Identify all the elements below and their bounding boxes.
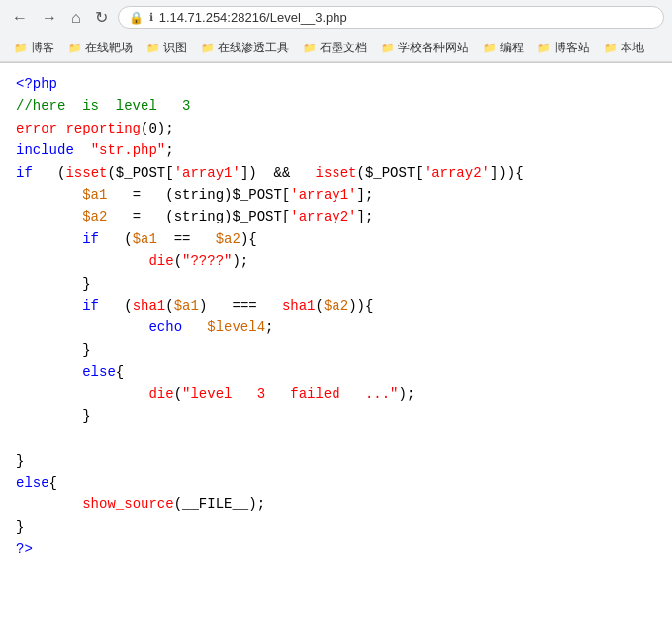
code-line-7: $a2 = (string)$_POST['array2']; [16, 206, 656, 227]
address-bar-wrap: 🔒 ℹ [118, 6, 664, 29]
code-line-14: else{ [16, 361, 656, 383]
code-line-2: //here is level 3 [16, 95, 656, 117]
back-button[interactable]: ← [8, 7, 32, 29]
bookmark-range[interactable]: 📁 在线靶场 [62, 38, 139, 58]
bookmark-folder-icon-8: 📁 [537, 42, 551, 54]
code-line-22: ?> [16, 538, 656, 560]
browser-chrome: ← → ⌂ ↻ 🔒 ℹ 📁 博客 📁 在线靶场 📁 识图 📁 在线渗透工具 📁 [0, 0, 672, 63]
bookmark-folder-icon-5: 📁 [303, 42, 317, 54]
bookmark-label-3: 识图 [163, 40, 187, 56]
bookmark-folder-icon-6: 📁 [381, 42, 395, 54]
forward-button[interactable]: → [38, 7, 61, 29]
code-line-9: die("????"); [16, 250, 656, 272]
code-line-5: if (isset($_POST['array1']) && isset($_P… [16, 162, 656, 184]
bookmark-image-search[interactable]: 📁 识图 [141, 38, 193, 58]
home-button[interactable]: ⌂ [67, 7, 85, 29]
bookmark-folder-icon-7: 📁 [483, 42, 497, 54]
code-display: <?php //here is level 3 error_reporting(… [0, 63, 672, 619]
bookmark-shimo[interactable]: 📁 石墨文档 [297, 38, 373, 58]
info-icon: ℹ [149, 11, 153, 24]
code-line-10: } [16, 273, 656, 295]
bookmark-blog-site[interactable]: 📁 博客站 [531, 38, 596, 58]
bookmark-folder-icon-4: 📁 [201, 42, 215, 54]
bookmark-folder-icon-2: 📁 [68, 42, 82, 54]
bookmark-label-7: 编程 [500, 40, 524, 56]
code-line-11: if (sha1($a1) === sha1($a2)){ [16, 295, 656, 316]
code-line-6: $a1 = (string)$_POST['array1']; [16, 184, 656, 206]
bookmark-label-5: 石墨文档 [320, 40, 367, 56]
bookmark-label-6: 学校各种网站 [398, 40, 469, 56]
reload-button[interactable]: ↻ [91, 6, 112, 29]
bookmark-coding[interactable]: 📁 编程 [477, 38, 529, 58]
nav-bar: ← → ⌂ ↻ 🔒 ℹ [0, 0, 672, 35]
code-line-8: if ($a1 == $a2){ [16, 228, 656, 250]
code-line-15: die("level 3 failed ..."); [16, 383, 656, 404]
bookmark-local[interactable]: 📁 本地 [598, 38, 650, 58]
bookmarks-bar: 📁 博客 📁 在线靶场 📁 识图 📁 在线渗透工具 📁 石墨文档 📁 学校各种网… [0, 35, 672, 62]
bookmark-folder-icon: 📁 [14, 42, 28, 54]
bookmark-label-4: 在线渗透工具 [218, 40, 289, 56]
bookmark-label-2: 在线靶场 [85, 40, 133, 56]
code-line-17 [16, 427, 656, 449]
bookmark-folder-icon-3: 📁 [146, 42, 160, 54]
code-line-1: <?php [16, 73, 656, 95]
address-input[interactable] [159, 10, 653, 25]
code-line-20: show_source(__FILE__); [16, 493, 656, 515]
code-line-21: } [16, 516, 656, 538]
code-line-16: } [16, 405, 656, 427]
bookmark-school[interactable]: 📁 学校各种网站 [375, 38, 475, 58]
code-line-13: } [16, 339, 656, 361]
code-line-19: else{ [16, 472, 656, 493]
code-line-12: echo $level4; [16, 316, 656, 338]
code-line-3: error_reporting(0); [16, 118, 656, 139]
bookmark-label-9: 本地 [621, 40, 644, 56]
bookmark-folder-icon-9: 📁 [604, 42, 618, 54]
bookmark-label: 博客 [31, 40, 54, 56]
code-line-4: include "str.php"; [16, 139, 656, 161]
bookmark-pentest-tools[interactable]: 📁 在线渗透工具 [195, 38, 295, 58]
code-line-18: } [16, 450, 656, 472]
bookmark-label-8: 博客站 [554, 40, 590, 56]
lock-icon: 🔒 [129, 11, 144, 25]
bookmark-blog[interactable]: 📁 博客 [8, 38, 60, 58]
